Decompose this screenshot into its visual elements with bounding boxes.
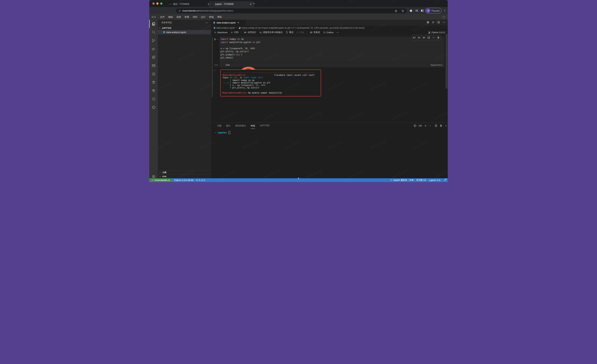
browser-tab-jupyter[interactable]: <t> jupyter - TITANIDE ✕ — [209, 1, 254, 7]
jupyter-server-indicator[interactable]: Jupyter 服务器：本地 — [390, 179, 413, 182]
run-cell-button[interactable] — [213, 38, 219, 41]
code-cell-source[interactable]: import numpy as npimport matplotlib.pypl… — [220, 38, 260, 60]
menu-edit[interactable]: 编辑 — [166, 15, 174, 19]
run-below-icon[interactable] — [423, 36, 425, 39]
execute-by-line-icon[interactable] — [413, 36, 416, 39]
panel-tab-jupyter[interactable]: JUPYTER — [260, 124, 269, 129]
panel-tab-terminal[interactable]: 终端 — [251, 124, 255, 129]
link-icon — [390, 179, 392, 181]
delete-cell-icon[interactable] — [437, 36, 440, 39]
activity-power-icon[interactable] — [149, 95, 158, 103]
notifications-bell[interactable] — [444, 179, 446, 181]
outline-button[interactable]: Outline — [322, 31, 335, 34]
menu-terminal[interactable]: 终端 — [207, 15, 215, 19]
sidebar-section-jupyter[interactable]: JUPYTER — [158, 26, 211, 30]
panel-actions: zsh — [414, 124, 448, 127]
editor-scrollbar[interactable] — [446, 34, 448, 89]
restart-button[interactable]: 重启 — [284, 30, 295, 34]
panel-tab-output[interactable]: 输出 — [226, 124, 230, 129]
add-markdown-button[interactable]: Markdown — [212, 31, 229, 34]
terminal-shell-icon[interactable] — [414, 124, 416, 127]
notebook-settings-gear-icon[interactable] — [426, 21, 429, 24]
activity-extensions-icon[interactable] — [149, 53, 158, 62]
new-tab-button[interactable]: + — [253, 2, 255, 5]
output-collapse-icon[interactable] — [213, 69, 216, 71]
menu-selection[interactable]: 选择 — [174, 15, 183, 19]
split-cell-icon[interactable] — [427, 36, 430, 39]
macos-close-button[interactable] — [152, 2, 155, 5]
kill-terminal-icon[interactable] — [440, 124, 442, 127]
clear-outputs-button[interactable]: 清除所有单元格输出 — [258, 30, 284, 34]
run-above-icon[interactable] — [418, 36, 421, 39]
address-bar[interactable]: cloud.titanide.cn/ide/web/coding/jupyter… — [176, 8, 407, 13]
notebook-file-icon — [163, 31, 165, 34]
tab-close-icon[interactable]: ✕ — [249, 3, 252, 6]
interrupt-button[interactable]: 中止 — [295, 30, 306, 34]
terminal-prompt-line[interactable]: → jupyter — [215, 131, 230, 134]
variables-button[interactable]: 变量表 — [309, 30, 322, 34]
titanide-logo: <t> — [152, 16, 156, 18]
split-editor-icon[interactable] — [437, 21, 440, 24]
python-interpreter[interactable]: Python 3.10.4 64-bit — [174, 179, 193, 181]
panel-tab-problems[interactable]: 问题 — [217, 124, 221, 129]
sidebar-title: 资源管理器 — [161, 21, 172, 24]
activity-preview-icon[interactable] — [149, 62, 158, 70]
macos-zoom-button[interactable] — [160, 2, 162, 5]
terminal-dropdown-chevron-icon[interactable] — [429, 125, 432, 127]
url-path: /ide/web/coding/jupyter/live-demo — [199, 9, 233, 12]
menu-file[interactable]: 文件 — [158, 15, 166, 19]
profile-paused-button[interactable]: J Paused — [425, 8, 441, 14]
execution-count: [1] — [214, 64, 218, 66]
editor-tab-close-icon[interactable]: ✕ — [237, 21, 239, 24]
cell-indicator[interactable]: 单元格 1/1 — [416, 179, 426, 182]
sidebar-item-notebook-file[interactable]: data-analysis.ipynb — [158, 30, 211, 34]
side-panel-icon[interactable] — [421, 9, 424, 12]
split-terminal-icon[interactable] — [435, 124, 437, 127]
browser-menu-kebab-icon[interactable] — [443, 9, 446, 12]
kernel-picker[interactable]: Python 3.8.12 — [428, 30, 445, 35]
menu-view[interactable]: 查看 — [183, 15, 191, 19]
layout-indicator[interactable]: Layout: U.S. — [429, 179, 441, 181]
toolbar-more-icon[interactable] — [335, 31, 340, 34]
sidebar-section-svn[interactable]: SVN — [158, 174, 211, 178]
sidebar-section-outline[interactable]: 大纲 — [158, 170, 211, 174]
cell-more-actions-icon[interactable] — [432, 36, 435, 39]
macos-minimize-button[interactable] — [156, 2, 158, 5]
activity-database-icon[interactable] — [149, 78, 158, 86]
add-code-button[interactable]: 代码 — [229, 30, 240, 34]
problems-counts[interactable]: 0 0 — [196, 179, 205, 181]
activity-share-icon[interactable] — [149, 70, 158, 78]
remote-icon — [151, 179, 154, 181]
shell-name[interactable]: zsh — [419, 124, 422, 127]
extensions-puzzle-icon[interactable] — [409, 9, 413, 12]
activity-search-icon[interactable] — [149, 28, 158, 36]
run-all-play-icon[interactable] — [432, 21, 435, 24]
panel-expand-chevron[interactable] — [296, 177, 301, 180]
activity-remote-target-icon[interactable] — [149, 103, 158, 111]
play-icon — [213, 38, 217, 41]
media-playlist-icon[interactable] — [415, 9, 418, 12]
run-all-button[interactable]: 全部运行 — [243, 30, 258, 34]
activity-explorer-icon[interactable] — [149, 20, 158, 28]
activity-layers-icon[interactable] — [149, 86, 158, 95]
activity-source-control-icon[interactable] — [149, 36, 158, 45]
remote-indicator[interactable]: cloud.titanide.cn — [149, 178, 172, 182]
bookmark-star-icon[interactable] — [401, 9, 404, 12]
editor-more-actions-icon[interactable] — [442, 21, 445, 24]
cell-language-label[interactable]: MagicPython — [431, 64, 442, 66]
share-icon[interactable] — [395, 9, 397, 12]
editor-tab-notebook[interactable]: data-analysis.ipynb ✕ — [211, 20, 246, 26]
sidebar-more-actions-icon[interactable] — [205, 21, 208, 24]
activity-run-debug-icon[interactable] — [149, 45, 158, 53]
new-terminal-icon[interactable] — [424, 124, 427, 127]
chevron-right-icon — [159, 175, 161, 178]
panel-tab-debug-console[interactable]: 调试控制台 — [235, 124, 246, 129]
breadcrumb[interactable]: data-analysis.ipynb import numpy as np↵i… — [211, 26, 448, 30]
fullscreen-icon[interactable] — [442, 16, 445, 18]
menu-help[interactable]: 帮助 — [215, 15, 224, 19]
menu-goto[interactable]: 转到 — [191, 15, 199, 19]
menu-run[interactable]: 运行 — [199, 15, 207, 19]
maximize-panel-icon[interactable] — [445, 124, 448, 127]
browser-tab-project[interactable]: <t> 项目 - TITANIDE ✕ — [167, 1, 212, 7]
warning-triangle-icon — [201, 179, 203, 181]
